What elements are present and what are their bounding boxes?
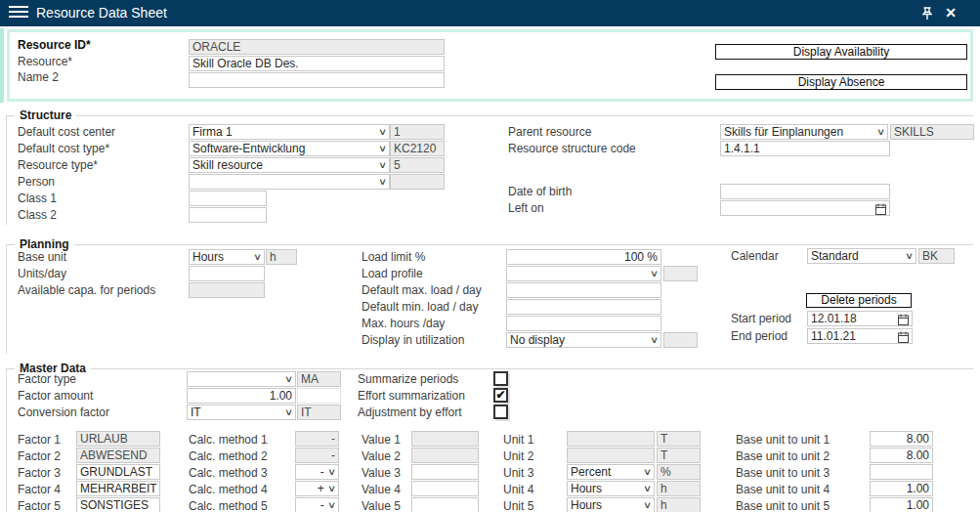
name2-field[interactable] [189, 72, 445, 88]
factor5-field[interactable]: SONSTIGES [76, 497, 160, 512]
load-limit-field[interactable]: 100 % [506, 249, 661, 265]
summarize-periods-checkbox[interactable] [493, 371, 508, 386]
chevron-down-icon: ∨ [650, 333, 659, 346]
unit2-select [567, 448, 655, 463]
factor-amount-field[interactable]: 1.00 [187, 388, 296, 404]
unit3-select[interactable]: Percent∨ [567, 464, 655, 480]
class2-label: Class 2 [18, 208, 57, 222]
calendar-code: BK [918, 248, 955, 264]
base-unit5-field[interactable]: 1.00 [870, 497, 933, 512]
unit2-label: Unit 2 [503, 449, 533, 463]
calendar-select[interactable]: Standard∨ [807, 248, 916, 264]
calc-method4-select[interactable]: +∨ [295, 481, 339, 496]
cost-type-select[interactable]: Software-Entwicklung∨ [189, 141, 390, 156]
factor-type-code: MA [297, 371, 341, 387]
start-period-field[interactable]: 12.01.18 [807, 311, 913, 326]
cost-center-select[interactable]: Firma 1∨ [189, 124, 390, 140]
date-of-birth-field[interactable] [720, 184, 890, 199]
resource-id-label: Resource ID* [18, 38, 91, 52]
calc-method3-select[interactable]: -∨ [295, 464, 339, 480]
value4-label: Value 4 [362, 483, 401, 496]
conversion-factor-label: Conversion factor [18, 405, 109, 419]
class2-field[interactable] [189, 207, 267, 223]
value3-field[interactable] [411, 464, 479, 480]
effort-summarization-label: Effort summarization [358, 389, 465, 403]
load-profile-select[interactable]: ∨ [506, 266, 661, 281]
pin-icon[interactable] [918, 5, 936, 22]
calendar-icon[interactable] [875, 203, 886, 215]
avail-capa-field [189, 282, 265, 298]
load-profile-code [663, 266, 698, 281]
display-util-code [663, 332, 698, 348]
calc-method5-select[interactable]: -∨ [295, 497, 339, 512]
factor4-field[interactable]: MEHRARBEIT [76, 481, 160, 496]
base-unit1-field[interactable]: 8.00 [870, 431, 933, 447]
resource-type-select[interactable]: Skill resource∨ [189, 157, 390, 173]
chevron-down-icon: ∨ [378, 175, 387, 188]
value2-label: Value 2 [362, 449, 401, 463]
summarize-periods-label: Summarize periods [358, 372, 458, 386]
chevron-down-icon: ∨ [643, 482, 652, 494]
base-unit-select[interactable]: Hours∨ [189, 249, 265, 265]
base-unit2-field[interactable]: 8.00 [870, 448, 933, 463]
units-day-field[interactable] [189, 266, 265, 281]
display-util-select[interactable]: No display∨ [506, 332, 661, 348]
base-unit3-field[interactable] [870, 464, 933, 480]
factor4-label: Factor 4 [18, 483, 61, 496]
factor-type-select[interactable]: ∨ [187, 371, 296, 387]
class1-field[interactable] [189, 191, 267, 206]
section-accent-bar [0, 28, 4, 103]
unit1-label: Unit 1 [503, 433, 533, 447]
person-label: Person [18, 175, 55, 189]
value4-field[interactable] [411, 481, 479, 496]
calendar-icon[interactable] [898, 314, 909, 325]
close-icon[interactable]: ✕ [942, 4, 959, 21]
person-code [390, 174, 445, 190]
base-unit4-field[interactable]: 1.00 [870, 481, 933, 496]
resource-type-code: 5 [390, 157, 445, 173]
max-hours-field[interactable] [506, 316, 661, 331]
load-profile-label: Load profile [362, 267, 423, 280]
chevron-down-icon: ∨ [327, 465, 336, 478]
avail-capa-label: Available capa. for periods [18, 283, 155, 297]
calc-method2-label: Calc. method 2 [189, 449, 268, 463]
base-unit2-label: Base unit to unit 2 [736, 449, 830, 463]
calendar-icon[interactable] [898, 331, 909, 343]
unit4-select[interactable]: Hours∨ [567, 481, 655, 496]
parent-resource-code: SKILLS [890, 124, 974, 140]
max-load-field[interactable] [506, 282, 661, 298]
value5-field[interactable] [411, 497, 479, 512]
resource-name-field[interactable]: Skill Oracle DB Des. [189, 56, 445, 71]
person-select[interactable]: ∨ [189, 174, 390, 190]
value1-label: Value 1 [362, 433, 401, 447]
unit5-select[interactable]: Hours∨ [567, 497, 655, 512]
effort-summarization-checkbox[interactable]: ✔ [493, 388, 508, 403]
display-absence-button[interactable]: Display Absence [715, 74, 967, 90]
chevron-down-icon: ∨ [650, 267, 659, 279]
structure-code-field[interactable]: 1.4.1.1 [720, 141, 890, 156]
name2-label: Name 2 [18, 70, 59, 84]
date-of-birth-label: Date of birth [508, 185, 572, 198]
chevron-down-icon: ∨ [378, 142, 387, 154]
parent-resource-select[interactable]: Skills für Einplanungen∨ [720, 124, 888, 140]
class1-label: Class 1 [18, 192, 57, 205]
left-on-field[interactable] [720, 200, 890, 216]
factor-amount-label: Factor amount [18, 389, 93, 403]
end-period-field[interactable]: 11.01.21 [807, 328, 913, 344]
unit3-code: % [657, 464, 701, 480]
adjustment-by-effort-checkbox[interactable] [493, 405, 508, 419]
display-availability-button[interactable]: Display Availability [715, 44, 967, 60]
chevron-down-icon: ∨ [253, 250, 262, 263]
base-unit-code: h [266, 249, 297, 265]
delete-periods-button[interactable]: Delete periods [806, 293, 912, 308]
factor3-label: Factor 3 [18, 466, 61, 480]
calc-method1-field: - [295, 431, 339, 447]
min-load-field[interactable] [506, 299, 661, 315]
menu-icon[interactable] [9, 6, 28, 20]
factor3-field[interactable]: GRUNDLAST [76, 464, 160, 480]
base-unit1-label: Base unit to unit 1 [736, 433, 830, 447]
resource-label: Resource* [18, 55, 72, 68]
unit4-code: h [657, 481, 701, 496]
display-util-label: Display in utilization [362, 333, 464, 347]
conversion-factor-select[interactable]: IT∨ [187, 405, 296, 420]
